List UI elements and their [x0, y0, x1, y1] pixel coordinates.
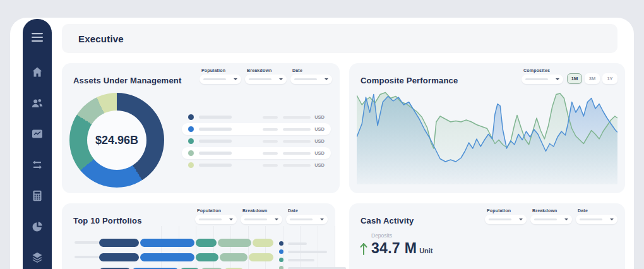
top10-legend-item[interactable]: [279, 266, 346, 269]
population-filter: Population: [485, 208, 527, 224]
population-filter: Population: [200, 68, 241, 84]
placeholder-dash: [199, 218, 222, 220]
card-composite-performance: Composite Performance Composites 1M3M1Y: [349, 63, 625, 193]
card-filters: Population Breakdown Date: [200, 68, 332, 84]
deposits-metric: Deposits 34.7 M Unit: [359, 232, 433, 257]
card-title: Assets Under Management: [73, 76, 181, 85]
filter-label: Breakdown: [242, 208, 282, 213]
redacted-value-placeholder: [263, 164, 278, 167]
placeholder-dash: [290, 218, 313, 220]
legend-dot: [188, 162, 194, 168]
clients-icon[interactable]: [31, 97, 44, 109]
transactions-icon[interactable]: [31, 158, 44, 171]
placeholder-dash: [489, 218, 511, 220]
filter-label: Population: [197, 208, 237, 213]
holdings-layers-icon[interactable]: [31, 251, 44, 264]
card-title: Top 10 Portfolios: [73, 216, 142, 225]
population-select[interactable]: [200, 75, 241, 84]
bar-segment: [249, 253, 273, 261]
filter-label: Population: [201, 68, 241, 73]
top10-bar-chart[interactable]: [62, 226, 335, 269]
top10-legend-item[interactable]: [279, 258, 346, 262]
aum-legend-row[interactable]: USD: [182, 135, 331, 147]
arrow-up-icon: [359, 242, 368, 257]
range-button-1m[interactable]: 1M: [567, 73, 582, 84]
card-title: Composite Performance: [361, 76, 458, 85]
filter-label: Population: [487, 208, 527, 213]
redacted-name-placeholder: [288, 251, 327, 253]
composite-performance-chart[interactable]: [357, 90, 617, 184]
date-select[interactable]: [576, 215, 617, 224]
redacted-value-placeholder: [283, 116, 311, 119]
redacted-value-placeholder: [263, 140, 278, 143]
placeholder-dash: [203, 78, 226, 80]
aum-legend-row[interactable]: USD: [182, 159, 331, 171]
breakdown-select[interactable]: [241, 215, 282, 224]
top10-legend: [279, 241, 346, 269]
placeholder-dash: [294, 78, 317, 80]
bar-segment: [220, 253, 247, 261]
placeholder-dash: [534, 218, 557, 220]
composite-chart-svg: [357, 90, 617, 184]
filter-label: Breakdown: [532, 208, 572, 213]
aum-legend: USDUSDUSDUSDUSD: [182, 111, 331, 171]
redacted-value-placeholder: [263, 152, 278, 155]
calculator-icon[interactable]: [31, 189, 44, 202]
population-select[interactable]: [195, 215, 237, 224]
top10-rows: [62, 239, 273, 269]
redacted-value-placeholder: [283, 152, 311, 155]
composites-filter: Composites: [522, 68, 563, 84]
legend-dot: [188, 138, 194, 144]
legend-dot: [279, 249, 283, 254]
chevron-down-icon: [564, 218, 568, 220]
aum-donut-wrap: $24.96B: [69, 93, 164, 188]
filter-label: Date: [292, 68, 332, 73]
aum-legend-row[interactable]: USD: [182, 111, 331, 123]
home-icon[interactable]: [31, 66, 44, 78]
range-button-1y[interactable]: 1Y: [602, 73, 617, 84]
aum-legend-row[interactable]: USD: [182, 147, 331, 159]
bar-segment: [99, 253, 139, 261]
chevron-down-icon: [275, 218, 278, 220]
redacted-row-label: [75, 256, 100, 258]
allocation-pie-icon[interactable]: [31, 220, 44, 233]
bar-segment: [140, 253, 194, 261]
performance-icon[interactable]: [31, 128, 44, 140]
population-select[interactable]: [485, 215, 527, 224]
filter-label: Date: [578, 208, 617, 213]
portfolio-bar-row[interactable]: [62, 239, 273, 247]
composites-select[interactable]: [522, 75, 563, 84]
top10-legend-item[interactable]: [279, 249, 346, 254]
breakdown-select[interactable]: [245, 75, 287, 84]
portfolio-bar-row[interactable]: [62, 253, 273, 261]
bar-segment: [253, 239, 273, 247]
redacted-value-placeholder: [263, 116, 278, 119]
breakdown-select[interactable]: [530, 215, 572, 224]
card-filters: Population Breakdown Date: [195, 208, 328, 224]
legend-dot: [188, 150, 194, 156]
bar-segment: [140, 239, 194, 247]
deposits-value: 34.7 M: [371, 240, 417, 257]
legend-dot: [279, 241, 283, 246]
legend-dot: [188, 114, 194, 120]
population-filter: Population: [195, 208, 237, 224]
top10-legend-item[interactable]: [279, 241, 346, 246]
date-filter: Date: [290, 68, 332, 84]
page-header: Executive: [62, 24, 617, 53]
redacted-name-placeholder: [199, 116, 232, 119]
aum-legend-row[interactable]: USD: [182, 123, 331, 135]
date-filter: Date: [286, 208, 328, 224]
date-select[interactable]: [290, 75, 332, 84]
range-button-3m[interactable]: 3M: [585, 73, 600, 84]
redacted-name-placeholder: [288, 267, 346, 269]
menu-icon[interactable]: [32, 33, 43, 42]
redacted-name-placeholder: [288, 259, 314, 261]
card-title: Cash Activity: [361, 216, 414, 225]
card-cash-activity: Cash Activity Population Breakdown Date: [349, 203, 625, 269]
bar-segment: [196, 239, 217, 247]
bar-segment: [99, 239, 139, 247]
date-select[interactable]: [286, 215, 328, 224]
card-top10-portfolios: Top 10 Portfolios Population Breakdown D…: [62, 203, 335, 269]
bar-segment: [196, 253, 218, 261]
chevron-down-icon: [519, 218, 523, 220]
